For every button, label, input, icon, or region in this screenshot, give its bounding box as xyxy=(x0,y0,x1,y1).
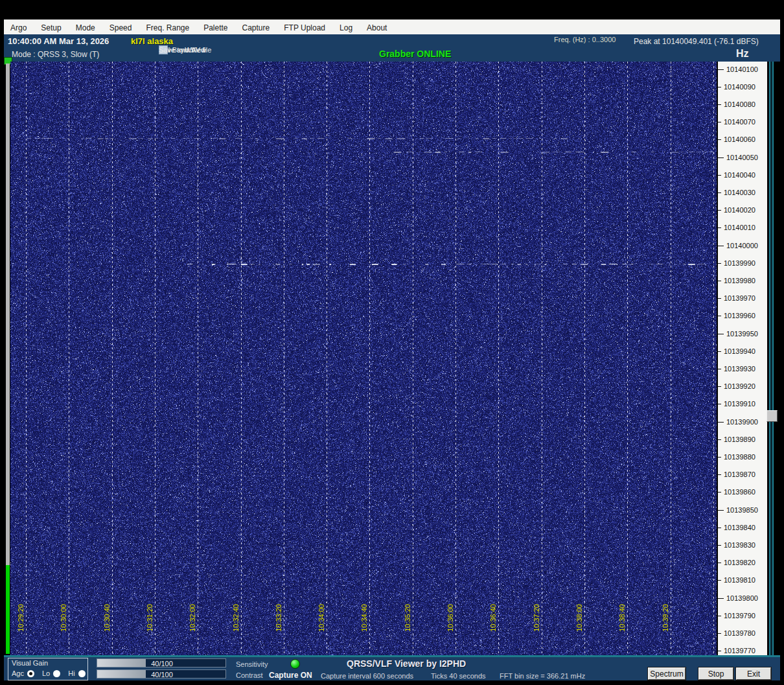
freq-scale-label: 10140020 xyxy=(724,207,755,214)
radio-icon[interactable] xyxy=(78,670,86,677)
menu-item-freq-range[interactable]: Freq. Range xyxy=(146,23,189,32)
freq-marker-track[interactable] xyxy=(768,62,774,658)
freq-scale-label: 10140070 xyxy=(724,119,755,126)
freq-tick-mark xyxy=(718,598,724,599)
freq-marker-thumb[interactable] xyxy=(767,410,778,422)
freq-scale-row: 10139890 xyxy=(718,435,767,443)
peak-readout: Peak at 10140049.401 (-76.1 dBFS) xyxy=(634,37,759,46)
menu-item-mode[interactable]: Mode xyxy=(76,23,95,32)
freq-tick-mark xyxy=(718,246,724,246)
freq-tick-mark xyxy=(718,104,721,105)
radio-hi[interactable]: Hi xyxy=(68,669,85,677)
slider-stack: 40/10040/100 xyxy=(97,658,226,679)
waterfall-canvas[interactable] xyxy=(10,62,717,656)
freq-tick-mark xyxy=(718,334,724,334)
radio-agc[interactable]: Agc xyxy=(12,669,34,677)
time-tick-label: 10:32:40 xyxy=(233,604,240,632)
freq-scale-row: 10140010 xyxy=(718,224,767,232)
menu-item-about[interactable]: About xyxy=(367,23,387,32)
freq-tick-mark xyxy=(718,439,721,440)
radio-label: Agc xyxy=(12,669,24,677)
freq-tick-mark xyxy=(718,139,721,140)
time-tick-label: 10:29:20 xyxy=(17,604,25,632)
time-tick-label: 10:34:40 xyxy=(361,604,368,632)
freq-scale-label: 10139960 xyxy=(724,312,755,319)
menu-item-palette[interactable]: Palette xyxy=(203,23,227,32)
freq-scale-label: 10139890 xyxy=(724,436,755,443)
radio-lo[interactable]: Lo xyxy=(42,669,60,677)
visual-gain-groupbox: Visual Gain AgcLoHi xyxy=(8,658,88,680)
freq-scale-row: 10140080 xyxy=(718,100,767,108)
menu-item-capture[interactable]: Capture xyxy=(242,23,270,32)
freq-tick-mark xyxy=(718,69,724,70)
freq-tick-mark xyxy=(718,210,721,211)
time-tick-label: 10:32:00 xyxy=(189,604,196,632)
spectrum-button[interactable]: Spectrum xyxy=(648,668,686,680)
menu-bar: ArgoSetupModeSpeedFreq. RangePaletteCapt… xyxy=(4,19,780,35)
freq-scale-row: 10139850 xyxy=(718,506,767,514)
sensitivity-label: Sensitivity xyxy=(236,660,268,668)
capture-led-icon xyxy=(290,659,300,669)
freq-scale-label: 10139780 xyxy=(724,630,755,637)
freq-scale-row: 10139930 xyxy=(718,365,767,373)
menu-item-argo[interactable]: Argo xyxy=(10,23,27,32)
freq-scale-label: 10139880 xyxy=(724,454,755,461)
freq-scale-label: 10139980 xyxy=(724,277,755,284)
sensitivity-slider[interactable]: 40/100 xyxy=(97,658,226,668)
freq-scale-label: 10139950 xyxy=(726,331,758,338)
mode-bar: Mode : QRSS 3, Slow (T) Full Band ViewSa… xyxy=(4,47,780,62)
menu-item-speed[interactable]: Speed xyxy=(110,23,132,32)
freq-scale-row: 10139900 xyxy=(718,418,767,426)
freq-tick-mark xyxy=(718,474,721,475)
freq-tick-mark xyxy=(718,563,721,563)
freq-tick-mark xyxy=(718,633,721,634)
freq-tick-mark xyxy=(718,298,721,299)
waterfall-area[interactable]: 10:29:2010:30:0010:30:4010:31:2010:32:00… xyxy=(10,62,717,656)
freq-scale-row: 10140060 xyxy=(718,136,767,144)
exit-button[interactable]: Exit xyxy=(736,668,771,680)
contrast-slider[interactable]: 40/100 xyxy=(97,669,226,679)
freq-scale-row: 10140030 xyxy=(718,189,767,196)
freq-tick-mark xyxy=(718,122,721,122)
time-tick-label: 10:39:20 xyxy=(662,604,669,632)
freq-scale-label: 10139920 xyxy=(724,383,755,390)
menu-item-ftp-upload[interactable]: FTP Upload xyxy=(284,23,325,32)
freq-scale-row: 10140040 xyxy=(718,171,767,179)
freq-tick-mark xyxy=(718,192,721,193)
spectrogram-region: 10:29:2010:30:0010:30:4010:31:2010:32:00… xyxy=(0,62,784,656)
capture-interval-text: Capture interval 600 seconds xyxy=(321,672,413,680)
freq-scale-row: 10139780 xyxy=(718,630,767,638)
time-tick-label: 10:36:40 xyxy=(490,604,497,632)
freq-scale-label: 10139830 xyxy=(724,542,755,549)
freq-scale-label: 10139860 xyxy=(724,489,755,496)
contrast-label: Contrast xyxy=(236,671,263,679)
radio-icon[interactable] xyxy=(27,670,34,677)
freq-scale-label: 10140040 xyxy=(724,172,755,179)
visual-gain-options: AgcLoHi xyxy=(12,669,86,677)
slider-fill xyxy=(97,659,146,667)
freq-tick-mark xyxy=(718,422,724,423)
visual-gain-title: Visual Gain xyxy=(12,659,48,667)
freq-scale-row: 10140090 xyxy=(718,83,767,91)
ticks-info-text: Ticks 40 seconds xyxy=(431,672,486,680)
menu-item-log[interactable]: Log xyxy=(340,23,352,32)
freq-scale-label: 10139770 xyxy=(724,647,755,655)
time-tick-label: 10:38:40 xyxy=(619,604,626,632)
freq-scale-row: 10139990 xyxy=(718,259,767,267)
clock-date: 10:40:00 AM Mar 13, 2026 xyxy=(8,36,109,46)
time-tick-label: 10:35:20 xyxy=(404,604,411,632)
freq-scale-label: 10139900 xyxy=(726,419,758,426)
radio-label: Lo xyxy=(42,669,50,677)
freq-scale-label: 10139940 xyxy=(724,348,755,355)
freq-tick-mark xyxy=(718,175,721,176)
freq-scale-label: 10139800 xyxy=(726,595,758,602)
freq-tick-mark xyxy=(718,510,724,511)
radio-icon[interactable] xyxy=(53,670,60,677)
freq-scale-row: 10139950 xyxy=(718,330,767,338)
stop-button[interactable]: Stop xyxy=(698,668,733,680)
freq-scale-row: 10139830 xyxy=(718,541,767,549)
freq-scale-row: 10139870 xyxy=(718,471,767,479)
menu-item-setup[interactable]: Setup xyxy=(41,23,61,32)
freq-scale-row: 10140000 xyxy=(718,242,767,250)
freq-scale-label: 10140090 xyxy=(724,84,755,91)
